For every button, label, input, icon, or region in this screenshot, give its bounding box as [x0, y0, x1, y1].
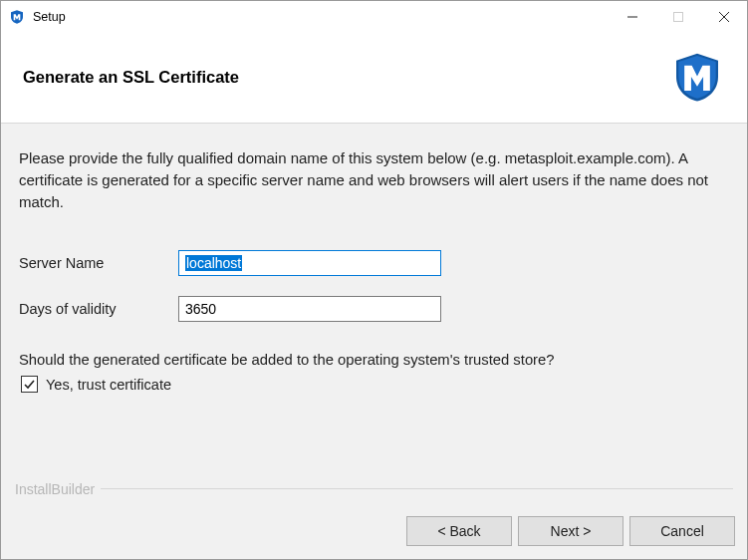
wizard-body: Please provide the fully qualified domai…	[1, 124, 747, 503]
trust-question: Should the generated certificate be adde…	[19, 352, 729, 368]
days-validity-label: Days of validity	[19, 301, 178, 317]
days-validity-input[interactable]	[178, 296, 441, 322]
server-name-row: Server Name localhost	[19, 250, 729, 276]
description-text: Please provide the fully qualified domai…	[19, 147, 729, 212]
wizard-footer: < Back Next > Cancel	[1, 503, 747, 559]
wizard-header: Generate an SSL Certificate	[1, 33, 747, 124]
trust-checkbox-row: Yes, trust certificate	[19, 376, 729, 393]
back-button[interactable]: < Back	[406, 516, 512, 546]
days-validity-row: Days of validity	[19, 296, 729, 322]
maximize-button	[655, 1, 701, 33]
installer-brand: InstallBuilder	[15, 481, 95, 497]
server-name-input[interactable]: localhost	[178, 250, 441, 276]
server-name-value: localhost	[185, 255, 242, 271]
server-name-label: Server Name	[19, 255, 178, 271]
app-icon	[9, 9, 25, 25]
window-controls	[610, 1, 747, 33]
svg-rect-1	[674, 13, 683, 22]
metasploit-logo-icon	[669, 49, 725, 105]
trust-certificate-label: Yes, trust certificate	[46, 377, 171, 393]
page-title: Generate an SSL Certificate	[23, 68, 239, 87]
titlebar: Setup	[1, 1, 747, 33]
trust-certificate-checkbox[interactable]	[21, 376, 38, 393]
window-title: Setup	[33, 10, 610, 24]
cancel-button[interactable]: Cancel	[629, 516, 735, 546]
next-button[interactable]: Next >	[518, 516, 623, 546]
minimize-button[interactable]	[610, 1, 655, 33]
close-button[interactable]	[701, 1, 747, 33]
divider	[101, 488, 733, 489]
